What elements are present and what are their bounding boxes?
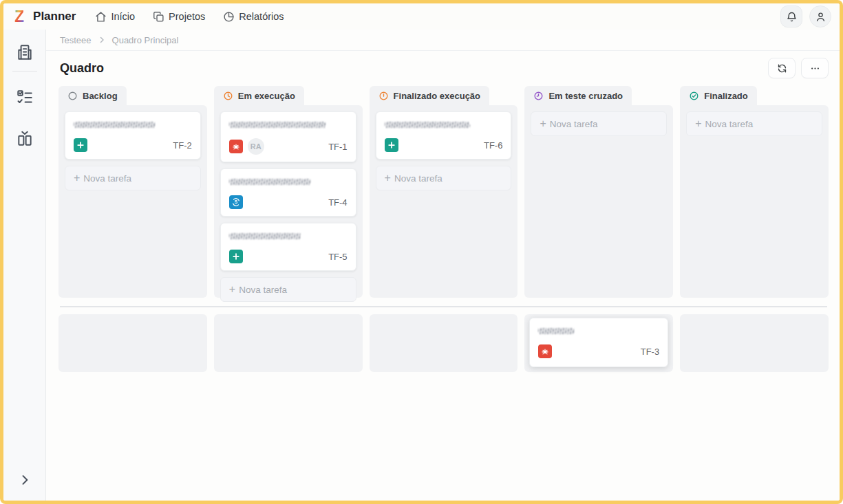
card-id: TF-6 xyxy=(484,140,502,151)
sidebar-divider xyxy=(12,71,37,72)
bug-type-icon xyxy=(538,344,552,358)
task-type-icon xyxy=(385,138,398,152)
reports-icon xyxy=(223,11,235,23)
circle-icon xyxy=(67,91,78,101)
svg-text:S: S xyxy=(235,199,238,204)
new-task-button[interactable]: + Nova tarefa xyxy=(376,166,512,190)
swimlane-cell-finalizado xyxy=(680,314,829,372)
new-task-button[interactable]: + Nova tarefa xyxy=(65,166,201,190)
notifications-button[interactable] xyxy=(780,6,802,28)
nav-item-projetos[interactable]: Projetos xyxy=(153,11,205,23)
swimlane-divider xyxy=(60,306,827,307)
task-card[interactable]: TF-2 xyxy=(65,111,201,160)
nav-label: Relatórios xyxy=(239,11,284,22)
column-body: RA TF-1 S TF-4 xyxy=(214,105,363,298)
breadcrumb-page[interactable]: Quadro Principal xyxy=(112,35,179,45)
app-logo: Z xyxy=(14,9,24,25)
new-task-label: Nova tarefa xyxy=(239,285,287,295)
task-card[interactable]: TF-5 xyxy=(220,223,356,271)
page-title: Quadro xyxy=(60,61,104,76)
new-task-label: Nova tarefa xyxy=(83,173,131,184)
column-body: + Nova tarefa xyxy=(524,105,673,298)
kanban-board: Backlog TF-2 xyxy=(46,85,840,372)
chevron-right-icon xyxy=(98,36,106,44)
breadcrumb-project[interactable]: Testeee xyxy=(60,35,92,45)
task-card[interactable]: TF-6 xyxy=(376,111,512,160)
column-em-execucao: Em execução RA TF-1 xyxy=(214,86,363,298)
sidebar-expand-button[interactable] xyxy=(18,473,32,490)
column-title: Backlog xyxy=(83,91,118,101)
refresh-button[interactable] xyxy=(768,58,796,78)
swimlane-2: TF-3 xyxy=(58,314,829,372)
building-icon xyxy=(16,43,34,61)
card-id: TF-4 xyxy=(328,197,347,208)
card-id: TF-5 xyxy=(328,252,347,262)
clock-icon xyxy=(223,91,233,101)
kanban-board-icon xyxy=(16,129,34,147)
card-id: TF-2 xyxy=(173,140,191,151)
clock-icon xyxy=(378,91,389,101)
person-icon xyxy=(815,11,826,23)
swimlane-cell-em-teste-cruzado: TF-3 xyxy=(524,314,673,372)
topbar-actions xyxy=(780,6,831,28)
column-body: TF-2 + Nova tarefa xyxy=(58,105,207,298)
nav-item-inicio[interactable]: Início xyxy=(95,11,135,23)
sidebar-item-board[interactable] xyxy=(13,127,36,150)
task-card[interactable]: S TF-4 xyxy=(220,168,356,217)
new-task-button[interactable]: + Nova tarefa xyxy=(220,277,356,302)
task-type-icon xyxy=(229,250,243,263)
column-header: Backlog xyxy=(58,86,127,105)
column-title: Finalizado xyxy=(704,91,748,101)
swimlane-1: Backlog TF-2 xyxy=(58,86,829,298)
profile-button[interactable] xyxy=(809,6,831,28)
main-content: Testeee Quadro Principal Quadro xyxy=(46,30,840,501)
sidebar-item-organization[interactable] xyxy=(13,41,36,64)
new-task-label: Nova tarefa xyxy=(705,119,754,129)
column-backlog: Backlog TF-2 xyxy=(58,86,207,298)
new-task-label: Nova tarefa xyxy=(550,119,598,129)
new-task-button[interactable]: + Nova tarefa xyxy=(531,111,667,136)
swimlane-cell-em-execucao xyxy=(214,314,363,372)
bell-icon xyxy=(786,11,798,23)
sidebar-item-tasks[interactable] xyxy=(13,85,36,109)
home-icon xyxy=(95,11,107,23)
column-header: Finalizado execução xyxy=(370,86,489,105)
story-type-icon: S xyxy=(229,195,243,209)
column-header: Finalizado xyxy=(680,86,757,105)
column-title: Finalizado execução xyxy=(394,91,480,101)
column-body: TF-6 + Nova tarefa xyxy=(370,105,518,298)
swimlane-cell-finalizado-execucao xyxy=(370,314,518,372)
card-id: TF-3 xyxy=(641,347,659,357)
column-title: Em teste cruzado xyxy=(548,91,623,101)
app-window: Z Planner Início Projetos Relatórios xyxy=(0,0,843,504)
chevron-right-icon xyxy=(18,473,32,487)
column-title: Em execução xyxy=(238,91,295,101)
projects-icon xyxy=(153,11,164,23)
page-header: Quadro xyxy=(46,51,840,85)
redacted-card-title xyxy=(385,122,470,128)
nav-label: Projetos xyxy=(169,11,205,22)
nav-item-relatorios[interactable]: Relatórios xyxy=(223,11,284,23)
task-card[interactable]: RA TF-1 xyxy=(220,111,356,162)
column-header: Em teste cruzado xyxy=(524,86,632,105)
nav-label: Início xyxy=(111,11,135,22)
sidebar xyxy=(3,30,46,501)
ellipsis-icon xyxy=(810,63,820,74)
redacted-card-title xyxy=(74,122,155,128)
new-task-button[interactable]: + Nova tarefa xyxy=(686,111,822,136)
task-card[interactable]: TF-3 xyxy=(529,318,668,367)
bug-type-icon xyxy=(229,140,243,153)
topbar: Z Planner Início Projetos Relatórios xyxy=(3,3,840,30)
task-type-icon xyxy=(74,138,87,152)
clock-icon xyxy=(533,91,544,101)
column-finalizado: Finalizado + Nova tarefa xyxy=(680,86,829,298)
new-task-label: Nova tarefa xyxy=(394,173,442,184)
column-finalizado-execucao: Finalizado execução TF-6 xyxy=(370,86,518,298)
refresh-icon xyxy=(777,63,787,74)
card-id: TF-1 xyxy=(328,142,347,152)
board-menu-button[interactable] xyxy=(801,58,829,78)
checklist-icon xyxy=(16,88,34,106)
main-nav: Início Projetos Relatórios xyxy=(95,11,284,23)
check-circle-icon xyxy=(689,91,699,101)
header-actions xyxy=(768,58,829,78)
